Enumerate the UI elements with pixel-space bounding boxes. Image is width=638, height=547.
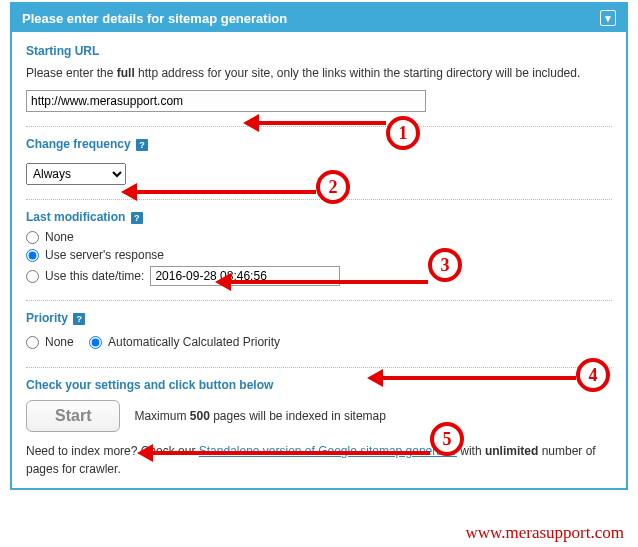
starting-url-description: Please enter the full http address for y… xyxy=(26,64,612,82)
annotation-arrow-4 xyxy=(370,376,576,380)
start-button[interactable]: Start xyxy=(26,400,120,432)
footer-note: Need to index more? Check our Standalone… xyxy=(26,442,612,478)
start-row: Start Maximum 500 pages will be indexed … xyxy=(26,400,612,432)
sitemap-form-panel: Please enter details for sitemap generat… xyxy=(10,2,628,490)
lastmod-none-label: None xyxy=(45,230,74,244)
priority-none-radio[interactable] xyxy=(26,336,39,349)
panel-title: Please enter details for sitemap generat… xyxy=(22,11,287,26)
annotation-arrow-1 xyxy=(246,121,386,125)
divider xyxy=(26,126,612,127)
submit-title: Check your settings and click button bel… xyxy=(26,378,612,392)
panel-body: Starting URL Please enter the full http … xyxy=(12,32,626,488)
help-icon[interactable]: ? xyxy=(73,313,85,325)
help-icon[interactable]: ? xyxy=(136,139,148,151)
annotation-badge-2: 2 xyxy=(316,170,350,204)
starting-url-input[interactable] xyxy=(26,90,426,112)
starting-url-title: Starting URL xyxy=(26,44,612,58)
priority-none-label: None xyxy=(45,335,74,349)
divider xyxy=(26,300,612,301)
priority-auto-label: Automatically Calculated Priority xyxy=(108,335,280,349)
help-icon[interactable]: ? xyxy=(131,212,143,224)
lastmod-date-radio[interactable] xyxy=(26,270,39,283)
last-modification-title: Last modification ? xyxy=(26,210,612,224)
priority-title: Priority ? xyxy=(26,311,612,325)
start-note: Maximum 500 pages will be indexed in sit… xyxy=(134,409,385,423)
lastmod-date-label: Use this date/time: xyxy=(45,269,144,283)
lastmod-none-radio[interactable] xyxy=(26,231,39,244)
annotation-badge-4: 4 xyxy=(576,358,610,392)
lastmod-server-label: Use server's response xyxy=(45,248,164,262)
annotation-arrow-5 xyxy=(140,451,430,455)
panel-header: Please enter details for sitemap generat… xyxy=(12,4,626,32)
watermark: www.merasupport.com xyxy=(466,523,624,543)
annotation-badge-3: 3 xyxy=(428,248,462,282)
lastmod-server-radio[interactable] xyxy=(26,249,39,262)
change-frequency-title: Change frequency ? xyxy=(26,137,612,151)
annotation-badge-5: 5 xyxy=(430,422,464,456)
arrow-down-icon: ▼ xyxy=(603,13,613,24)
collapse-button[interactable]: ▼ xyxy=(600,10,616,26)
priority-auto-row[interactable]: Automatically Calculated Priority xyxy=(89,335,280,349)
change-frequency-select[interactable]: Always xyxy=(26,163,126,185)
annotation-arrow-2 xyxy=(124,190,316,194)
divider xyxy=(26,367,612,368)
lastmod-server-row[interactable]: Use server's response xyxy=(26,248,612,262)
annotation-arrow-3 xyxy=(218,280,428,284)
priority-auto-radio[interactable] xyxy=(89,336,102,349)
lastmod-none-row[interactable]: None xyxy=(26,230,612,244)
priority-none-row[interactable]: None xyxy=(26,335,74,349)
annotation-badge-1: 1 xyxy=(386,116,420,150)
